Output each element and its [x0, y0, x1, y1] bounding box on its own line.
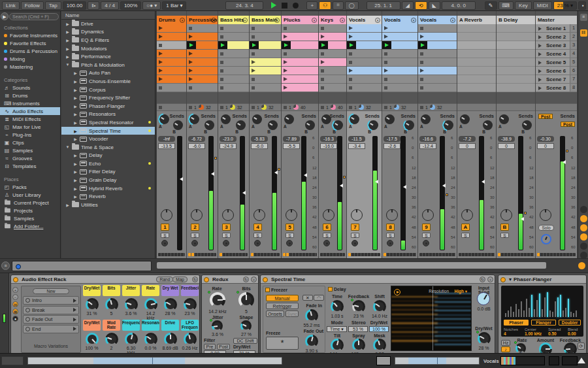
clip-stop-icon[interactable] — [189, 27, 192, 30]
clip-stop-icon[interactable] — [384, 86, 387, 90]
solo-button[interactable]: S — [500, 233, 509, 238]
scene-row[interactable]: Scene 66 — [536, 67, 577, 75]
clip-launch-icon[interactable] — [384, 35, 388, 39]
track-fold-icon[interactable]: ▾ — [340, 18, 345, 23]
scene-launch-icon[interactable] — [538, 61, 542, 65]
chevron-right-icon[interactable]: ▶ — [73, 95, 78, 100]
redux-filter-pre-button[interactable]: Pre — [204, 344, 216, 350]
stop-all-clips-icon[interactable] — [220, 106, 223, 109]
tree-item-resonators[interactable]: ▶ Resonators — [61, 110, 155, 119]
empty-clip-slot-highlighted[interactable] — [157, 41, 186, 50]
empty-clip-slot[interactable] — [319, 67, 346, 75]
send-a-knob[interactable] — [321, 114, 331, 124]
redux-title-bar[interactable]: Redux — [202, 275, 258, 284]
clip[interactable] — [347, 24, 382, 33]
place-item[interactable]: ◰Packs — [0, 183, 60, 191]
device-thumbnail-2[interactable] — [549, 356, 559, 365]
rack-variations-icon[interactable]: ▤ — [12, 301, 18, 307]
empty-clip-slot[interactable] — [319, 24, 346, 33]
clip[interactable] — [187, 75, 218, 84]
empty-clip-slot[interactable] — [319, 84, 346, 92]
spectral-drywet-value[interactable]: 28 % — [473, 346, 495, 350]
send-b-knob[interactable] — [444, 120, 453, 130]
rack-chain-icon[interactable]: ● — [12, 316, 18, 322]
spectral-title-bar[interactable]: Spectral Time — [261, 275, 495, 284]
place-item[interactable]: Projects — [0, 207, 60, 214]
clip-launch-icon[interactable] — [284, 77, 287, 81]
send-b-knob[interactable] — [404, 120, 414, 130]
overdub-icon[interactable]: ⚇ — [319, 1, 331, 10]
tree-item-delay[interactable]: ▶ Delay — [61, 152, 155, 160]
clip[interactable] — [157, 24, 186, 33]
clip-launch-icon[interactable] — [189, 35, 193, 39]
empty-clip-slot[interactable] — [157, 84, 186, 92]
capture-midi-icon[interactable]: ◯ — [345, 1, 359, 10]
track-fold-icon[interactable]: ▾ — [211, 18, 216, 23]
arrangement-overview-left[interactable] — [27, 357, 282, 365]
delay-drywet-value[interactable]: 100 % — [369, 326, 389, 332]
center-value[interactable]: 1.00 kHz — [525, 331, 542, 336]
scene-row[interactable]: Scene 88 — [536, 84, 577, 92]
macro-value[interactable]: 5 — [103, 311, 120, 316]
volume-fader[interactable] — [518, 136, 523, 250]
arm-record-button[interactable] — [286, 240, 293, 246]
clip-overview[interactable] — [395, 357, 480, 365]
chevron-right-icon[interactable]: ▶ — [73, 178, 78, 182]
crossfade-toggle-icon[interactable] — [578, 262, 585, 269]
clip[interactable] — [418, 33, 457, 41]
delay-spray-knob[interactable] — [352, 339, 365, 352]
track-fold-icon[interactable]: ▾ — [180, 18, 185, 23]
freeze-button[interactable]: * — [266, 337, 299, 350]
freezer-sync-button[interactable]: Sync — [286, 310, 299, 317]
stop-all-clips-icon[interactable] — [284, 106, 287, 109]
chevron-right-icon[interactable]: ▶ — [73, 129, 78, 133]
chevron-right-icon[interactable]: ▶ — [73, 104, 78, 109]
macro-value[interactable]: 23 % — [181, 311, 199, 316]
track-fold-icon[interactable]: ▾ — [375, 18, 380, 23]
macro-variation-row[interactable]: Intro — [23, 296, 79, 305]
solo-button[interactable]: S — [323, 233, 331, 238]
chevron-down-icon[interactable]: ▼ — [65, 145, 70, 149]
fade-in-knob[interactable] — [305, 309, 318, 322]
solo-button[interactable]: S — [286, 233, 294, 238]
clip-launch-icon[interactable] — [252, 69, 255, 73]
clip-stop-icon[interactable] — [252, 78, 255, 81]
clip-playing-icon[interactable] — [221, 43, 225, 47]
clip-launch-icon[interactable] — [384, 26, 388, 30]
delay-tilt-knob[interactable] — [331, 339, 344, 352]
solo-button[interactable]: S — [351, 233, 359, 238]
scene-launch-icon[interactable] — [538, 35, 542, 39]
macro-name[interactable]: Bits — [103, 285, 120, 296]
send-a-knob[interactable] — [284, 114, 294, 124]
volume-fader[interactable] — [400, 136, 406, 250]
master-solo-button[interactable]: Solo — [538, 225, 554, 231]
chevron-right-icon[interactable]: ▶ — [65, 54, 70, 59]
solo-button[interactable]: S — [161, 233, 169, 238]
macro-value[interactable]: 0.26 Hz — [181, 346, 199, 350]
clip[interactable] — [382, 67, 417, 75]
track-header[interactable]: Percussion▾ — [187, 16, 218, 24]
hide-browser-icon[interactable]: ▶ — [1, 12, 8, 20]
clip-stop-icon[interactable] — [420, 27, 423, 30]
delay-feedback-knob[interactable] — [352, 300, 365, 313]
clip[interactable] — [250, 58, 281, 67]
fader-handle-icon[interactable] — [375, 180, 378, 184]
variation-launch-icon[interactable] — [73, 318, 76, 322]
clip-launch-icon[interactable] — [159, 35, 163, 39]
volume-fader[interactable] — [240, 136, 245, 250]
scene-row[interactable]: Scene 22 — [536, 33, 577, 41]
macro-value[interactable]: 14.2 kHz — [142, 311, 159, 320]
macro-knob[interactable] — [105, 298, 118, 311]
chevron-right-icon[interactable]: ▶ — [73, 161, 78, 166]
scene-row[interactable]: Scene 11 — [536, 24, 577, 33]
returns-toggle-icon[interactable] — [580, 224, 587, 231]
fade-in-value[interactable]: 55.2 ms — [300, 323, 323, 327]
variation-camera-icon[interactable] — [25, 298, 30, 303]
clip-launch-icon[interactable] — [189, 52, 193, 56]
empty-clip-slot[interactable] — [347, 50, 382, 58]
category-item-midi-effects[interactable]: ≣MIDI Effects — [0, 115, 60, 123]
follow-button[interactable]: Follow — [21, 1, 44, 10]
clip-launch-icon[interactable] — [159, 52, 163, 56]
rack-rand-button[interactable]: Rand — [156, 276, 173, 282]
quantize-menu[interactable]: 100% — [120, 1, 141, 10]
